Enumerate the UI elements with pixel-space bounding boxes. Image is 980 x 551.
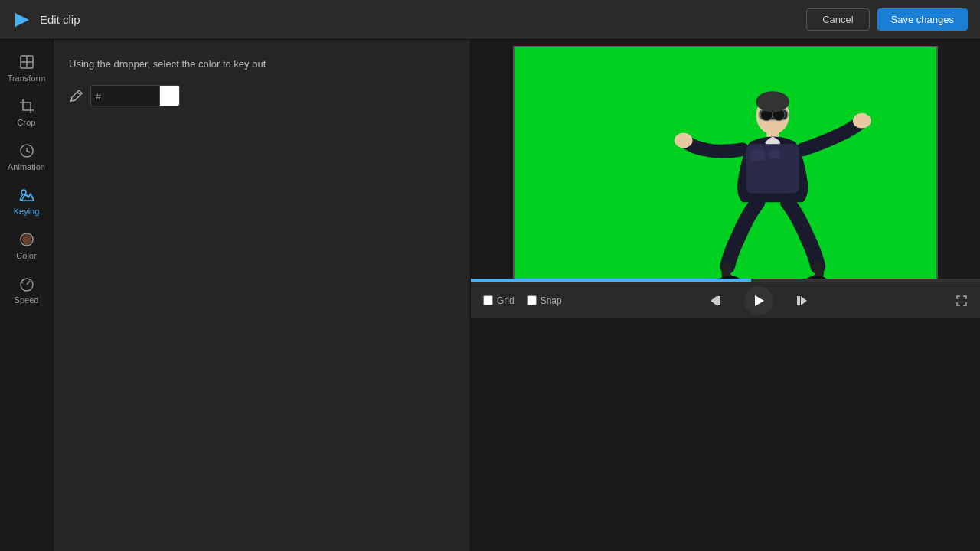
green-screen-canvas [514,47,936,279]
play-button[interactable] [744,286,773,315]
svg-marker-22 [710,296,717,305]
dropper-row: # [69,85,455,106]
expand-button[interactable] [956,295,968,307]
snap-label: Snap [541,295,562,306]
sidebar-label-animation: Animation [8,162,45,171]
app-logo-icon [12,10,32,30]
playback-controls [574,286,943,315]
grid-label: Grid [497,295,514,306]
color-hash-symbol: # [91,87,106,105]
grid-checkbox-label[interactable]: Grid [483,295,514,306]
snap-checkbox[interactable] [527,295,537,305]
svg-marker-24 [755,295,764,306]
sidebar-label-color: Color [16,251,36,260]
sidebar-item-keying[interactable]: Keying [0,179,53,223]
preview-canvas [471,40,980,279]
color-input-wrapper: # [90,85,180,106]
svg-rect-18 [750,149,766,161]
sidebar-item-animation[interactable]: Animation [0,135,53,179]
svg-point-16 [853,113,871,129]
svg-point-15 [675,133,693,148]
snap-checkbox-label[interactable]: Snap [527,295,562,306]
cancel-button[interactable]: Cancel [806,8,869,31]
svg-point-13 [756,91,789,112]
sidebar: Transform Crop Animation [0,40,54,551]
main-area: Transform Crop Animation [0,40,980,551]
preview-panel: Grid Snap [471,40,980,551]
progress-track[interactable] [471,279,980,282]
dropper-button[interactable] [69,88,84,103]
svg-rect-23 [717,296,720,305]
skip-back-button[interactable] [703,288,729,314]
sidebar-label-speed: Speed [15,295,39,305]
svg-line-8 [77,92,80,95]
grid-checkbox[interactable] [483,295,493,305]
sidebar-item-transform[interactable]: Transform [0,46,53,90]
color-swatch[interactable] [159,86,179,106]
sidebar-label-transform: Transform [8,73,46,83]
video-frame [513,46,938,279]
content-panel: Using the dropper, select the color to k… [54,40,471,551]
playback-bar: Grid Snap [471,282,980,318]
sidebar-label-crop: Crop [18,118,36,127]
page-title: Edit clip [40,13,806,26]
svg-marker-25 [801,296,807,305]
sidebar-item-speed[interactable]: Speed [0,268,53,312]
panel-instruction: Using the dropper, select the color to k… [69,58,455,70]
skip-forward-button[interactable] [789,288,815,314]
svg-rect-19 [769,149,780,158]
sidebar-label-keying: Keying [14,207,40,216]
animation-icon [18,142,35,159]
figure-svg [514,47,936,279]
sidebar-item-crop[interactable]: Crop [0,90,53,135]
transform-icon [18,54,35,70]
color-hex-input[interactable] [106,87,159,105]
bottom-area [471,318,980,551]
topbar: Edit clip Cancel Save changes [0,0,980,40]
crop-icon [18,98,35,115]
sidebar-item-color[interactable]: Color [0,223,53,268]
svg-marker-0 [15,13,29,27]
topbar-actions: Cancel Save changes [806,8,968,31]
svg-rect-26 [797,296,800,305]
save-button[interactable]: Save changes [877,8,968,31]
progress-fill [471,279,751,282]
speed-icon [18,276,35,292]
color-icon [18,231,35,248]
keying-icon [18,187,35,204]
